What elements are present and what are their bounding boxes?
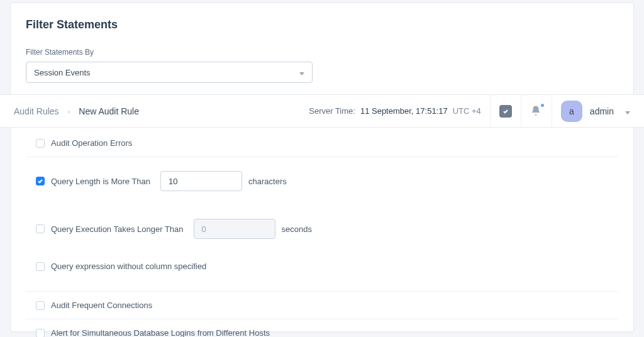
option-label: Audit Frequent Connections <box>51 301 152 310</box>
notification-dot-icon <box>541 104 544 107</box>
checkbox-simultaneous-logins[interactable] <box>36 329 45 338</box>
checkbox-audit-operation-errors[interactable] <box>36 139 45 148</box>
suffix-seconds: seconds <box>282 224 312 234</box>
option-freq-connections: Audit Frequent Connections <box>26 291 618 319</box>
breadcrumb-root[interactable]: Audit Rules <box>14 106 59 116</box>
separator <box>521 94 521 128</box>
filter-by-select[interactable]: Session Events <box>26 62 313 83</box>
checkbox-query-length[interactable] <box>36 177 45 185</box>
user-name: admin <box>590 106 614 116</box>
checkbox-freq-connections[interactable] <box>36 301 45 310</box>
input-value: 10 <box>169 177 177 186</box>
chevron-down-icon <box>299 68 304 77</box>
query-exec-input[interactable]: 0 <box>194 219 275 239</box>
notifications-button[interactable] <box>530 105 543 118</box>
suffix-characters: characters <box>248 177 287 186</box>
rule-options: Audit Operation Errors Query Length is M… <box>26 135 618 337</box>
option-no-column: Query expression without column specifie… <box>26 253 618 280</box>
query-length-input[interactable]: 10 <box>160 171 242 191</box>
checkbox-query-exec-time[interactable] <box>36 224 45 233</box>
bell-icon <box>530 105 541 116</box>
check-icon <box>502 108 509 114</box>
breadcrumb-current: New Audit Rule <box>79 106 139 116</box>
topbar-right: Server Time: 11 September, 17:51:17 UTC … <box>309 94 630 128</box>
server-time-value: 11 September, 17:51:17 <box>360 106 448 116</box>
option-audit-operation-errors: Audit Operation Errors <box>26 135 618 157</box>
server-time-label: Server Time: <box>309 106 355 116</box>
input-placeholder: 0 <box>202 224 206 234</box>
option-label: Query expression without column specifie… <box>51 262 206 271</box>
filter-by-label: Filter Statements By <box>26 48 618 57</box>
option-label: Query Length is More Than <box>51 177 150 186</box>
separator <box>490 94 491 128</box>
breadcrumb: Audit Rules › New Audit Rule <box>14 106 139 116</box>
server-time-tz: UTC +4 <box>453 106 481 116</box>
option-query-length: Query Length is More Than 10 characters <box>26 157 618 205</box>
separator <box>552 94 552 128</box>
top-bar: Audit Rules › New Audit Rule Server Time… <box>0 94 644 128</box>
user-menu[interactable]: a admin <box>561 101 630 122</box>
option-label: Audit Operation Errors <box>51 138 132 148</box>
tasks-icon[interactable] <box>499 105 512 118</box>
checkbox-no-column[interactable] <box>36 262 45 271</box>
chevron-down-icon <box>625 106 630 117</box>
check-icon <box>37 178 43 184</box>
filter-statements-panel: Filter Statements Filter Statements By S… <box>10 3 634 332</box>
option-label: Query Execution Takes Longer Than <box>51 224 184 234</box>
avatar-initial: a <box>569 106 574 116</box>
panel-title: Filter Statements <box>26 18 618 31</box>
option-simultaneous-logins: Alert for Simultaneous Database Logins f… <box>26 319 618 337</box>
option-label: Alert for Simultaneous Database Logins f… <box>51 328 270 337</box>
server-time: Server Time: 11 September, 17:51:17 UTC … <box>309 106 481 116</box>
chevron-right-icon: › <box>68 108 70 115</box>
filter-by-value: Session Events <box>34 68 91 77</box>
option-query-exec-time: Query Execution Takes Longer Than 0 seco… <box>26 205 618 253</box>
avatar: a <box>561 101 582 122</box>
